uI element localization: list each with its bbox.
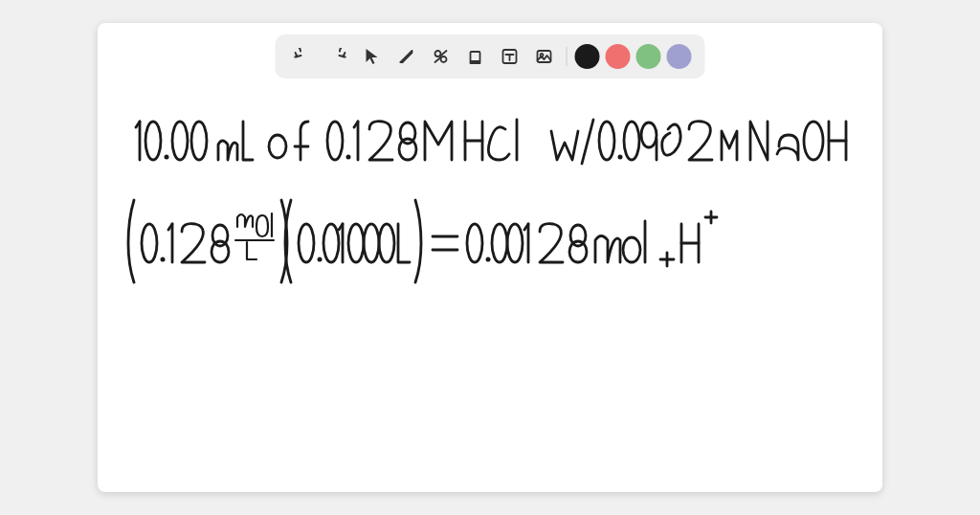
svg-point-55	[486, 258, 491, 262]
toolbar-divider	[567, 47, 568, 66]
svg-point-32	[641, 123, 657, 147]
svg-point-17	[191, 122, 207, 160]
eraser-tool-button[interactable]	[427, 42, 456, 71]
svg-rect-5	[471, 52, 480, 61]
svg-point-44	[299, 224, 314, 262]
color-green[interactable]	[636, 44, 661, 69]
image-tool-button[interactable]	[530, 42, 559, 71]
svg-point-34	[804, 122, 823, 160]
svg-point-45	[318, 258, 323, 262]
svg-point-36	[142, 224, 157, 262]
content-area	[126, 90, 854, 463]
handwriting-canvas[interactable]	[126, 90, 854, 463]
svg-point-54	[467, 224, 482, 262]
svg-point-56	[492, 224, 507, 262]
svg-line-28	[582, 120, 593, 164]
toolbar	[276, 34, 705, 78]
pencil-tool-button[interactable]	[392, 42, 421, 71]
svg-point-29	[599, 122, 614, 160]
svg-point-61	[569, 241, 587, 262]
svg-point-51	[379, 224, 394, 262]
svg-point-57	[507, 224, 523, 262]
svg-point-46	[323, 224, 339, 262]
svg-point-20	[327, 122, 343, 160]
svg-point-30	[618, 155, 623, 160]
color-black[interactable]	[575, 44, 600, 69]
select-tool-button[interactable]	[358, 42, 387, 71]
svg-point-16	[172, 122, 188, 160]
highlighter-tool-button[interactable]	[461, 42, 490, 71]
redo-button[interactable]	[323, 42, 352, 71]
svg-point-14	[145, 122, 161, 160]
svg-point-21	[346, 155, 351, 160]
text-tool-button[interactable]	[496, 42, 524, 71]
svg-point-15	[165, 155, 169, 160]
svg-point-49	[348, 224, 364, 262]
color-pink[interactable]	[606, 44, 631, 69]
svg-point-62	[623, 237, 640, 262]
svg-point-37	[161, 258, 166, 262]
svg-point-18	[269, 135, 286, 158]
color-blue[interactable]	[667, 44, 692, 69]
svg-point-50	[364, 224, 379, 262]
svg-point-31	[624, 122, 639, 160]
svg-point-25	[399, 139, 416, 160]
undo-button[interactable]	[289, 42, 318, 71]
svg-point-41	[212, 241, 229, 262]
canvas-container	[98, 23, 882, 492]
